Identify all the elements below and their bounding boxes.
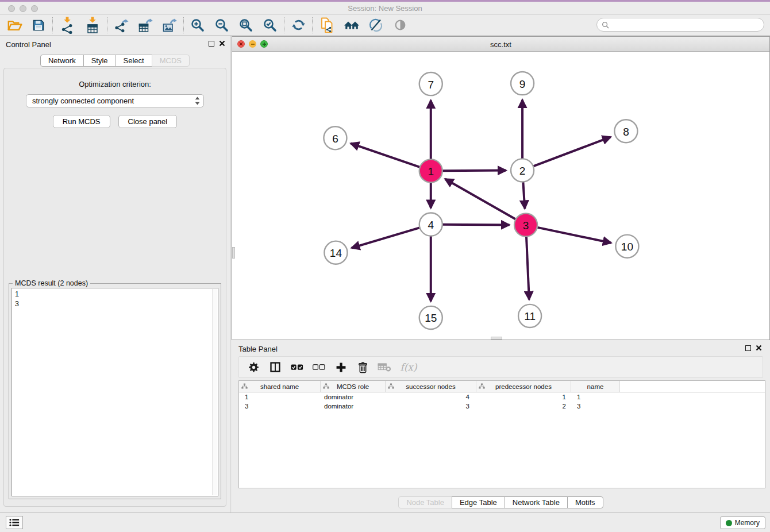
column-header-successor-nodes[interactable]: successor nodes xyxy=(386,381,476,392)
toolbar-separator xyxy=(284,17,284,33)
app-titlebar: Session: New Session xyxy=(0,0,770,15)
mcds-result-line: 1 xyxy=(15,290,215,299)
edge-3-11[interactable] xyxy=(526,236,529,299)
column-layout-button[interactable] xyxy=(265,358,285,376)
column-header-mcds-role[interactable]: MCDS role xyxy=(321,381,386,392)
optimization-criterion-label: Optimization criterion: xyxy=(4,80,226,88)
cell-predecessor-nodes[interactable]: 1 xyxy=(476,394,571,400)
table-row[interactable]: 3 dominator 3 2 3 xyxy=(239,402,765,411)
tab-style[interactable]: Style xyxy=(83,55,116,67)
splitter-grip-horizontal[interactable] xyxy=(491,337,502,340)
table-settings-button[interactable] xyxy=(244,358,263,376)
tab-select[interactable]: Select xyxy=(116,55,152,67)
cell-shared-name[interactable]: 3 xyxy=(239,403,321,410)
zoom-in-button[interactable] xyxy=(186,16,210,34)
tab-network[interactable]: Network xyxy=(40,55,84,67)
network-overview-button[interactable] xyxy=(340,16,364,34)
column-header-name[interactable]: name xyxy=(571,381,620,392)
export-image-button[interactable] xyxy=(157,16,182,34)
column-header-predecessor-nodes[interactable]: predecessor nodes xyxy=(476,381,571,392)
hide-selected-button[interactable] xyxy=(364,16,388,34)
export-network-button[interactable] xyxy=(109,16,133,34)
cell-successor-nodes[interactable]: 3 xyxy=(386,403,476,410)
toolbar-separator xyxy=(183,17,184,33)
node-label: 8 xyxy=(623,126,629,138)
mcds-result-box: MCDS result (2 nodes) 1 3 xyxy=(9,283,221,499)
cell-shared-name[interactable]: 1 xyxy=(239,394,321,400)
function-icon: f(x) xyxy=(400,361,417,373)
network-window-titlebar[interactable]: scc.txt xyxy=(232,37,769,52)
delete-column-button[interactable] xyxy=(353,358,372,376)
node-label: 6 xyxy=(332,133,338,145)
edge-3-10[interactable] xyxy=(537,228,611,243)
import-network-button[interactable] xyxy=(55,16,80,34)
column-tree-icon xyxy=(479,383,485,390)
cell-successor-nodes[interactable]: 4 xyxy=(386,394,476,400)
criterion-dropdown[interactable]: strongly connected component xyxy=(26,94,204,107)
plus-icon xyxy=(336,362,346,373)
search-input[interactable] xyxy=(612,20,764,30)
tab-network-table[interactable]: Network Table xyxy=(505,496,568,508)
edge-2-8[interactable] xyxy=(533,137,610,166)
result-scrollbar[interactable] xyxy=(212,289,217,495)
edge-2-3[interactable] xyxy=(523,182,525,209)
import-table-button[interactable] xyxy=(80,16,105,34)
zoom-fit-icon xyxy=(238,18,253,33)
node-label: 9 xyxy=(519,78,526,90)
cell-predecessor-nodes[interactable]: 2 xyxy=(476,403,571,410)
titlebar-accent xyxy=(0,0,770,2)
network-canvas[interactable]: 7968124314101511 xyxy=(232,52,769,340)
edge-4-14[interactable] xyxy=(352,228,420,248)
edge-3-1[interactable] xyxy=(445,179,517,219)
column-header-shared-name[interactable]: shared name xyxy=(239,381,321,392)
column-tree-icon xyxy=(388,383,394,390)
zoom-out-button[interactable] xyxy=(210,16,234,34)
refresh-view-button[interactable] xyxy=(286,16,310,34)
tab-edge-table[interactable]: Edge Table xyxy=(452,496,505,508)
export-network-icon xyxy=(114,18,129,33)
control-panel: Control Panel Network Style Select MCDS … xyxy=(0,36,230,512)
edge-1-6[interactable] xyxy=(351,144,420,167)
cell-name[interactable]: 1 xyxy=(571,394,620,400)
column-label: shared name xyxy=(260,383,299,390)
delete-table-button-disabled xyxy=(375,358,394,376)
float-panel-icon[interactable] xyxy=(745,345,751,351)
cell-name[interactable]: 3 xyxy=(571,403,620,410)
run-mcds-button[interactable]: Run MCDS xyxy=(53,115,110,128)
close-panel-icon[interactable] xyxy=(756,345,762,351)
toolbar-separator xyxy=(52,17,53,33)
select-all-columns-button[interactable] xyxy=(287,358,307,376)
mcds-result-line: 3 xyxy=(15,299,215,309)
tab-node-table[interactable]: Node Table xyxy=(398,496,452,508)
zoom-fit-button[interactable] xyxy=(234,16,258,34)
clone-network-button[interactable] xyxy=(314,16,340,34)
hide-eye-slash-icon xyxy=(368,18,383,33)
close-panel-button[interactable]: Close panel xyxy=(118,115,178,128)
tab-motifs[interactable]: Motifs xyxy=(567,496,603,508)
add-column-button[interactable] xyxy=(331,358,351,376)
network-graph[interactable]: 7968124314101511 xyxy=(232,52,769,340)
deselect-all-columns-button[interactable] xyxy=(309,358,329,376)
table-row[interactable]: 1 dominator 4 1 1 xyxy=(239,392,765,402)
open-session-button[interactable] xyxy=(2,16,26,34)
show-hidden-button[interactable] xyxy=(388,16,412,34)
close-panel-icon[interactable] xyxy=(219,40,225,47)
cell-mcds-role[interactable]: dominator xyxy=(321,403,386,410)
task-history-button[interactable] xyxy=(6,516,23,529)
export-table-button[interactable] xyxy=(133,16,157,34)
save-session-button[interactable] xyxy=(26,16,51,34)
control-panel-tabs: Network Style Select MCDS xyxy=(0,55,230,67)
zoom-selected-button[interactable] xyxy=(258,16,282,34)
control-panel-title: Control Panel xyxy=(6,40,51,49)
edge-4-3[interactable] xyxy=(442,225,509,225)
memory-button[interactable]: Memory xyxy=(720,516,765,529)
network-window-title: scc.txt xyxy=(232,40,769,49)
splitter-grip-vertical[interactable] xyxy=(232,247,235,259)
zoom-out-icon xyxy=(214,18,229,33)
tab-mcds[interactable]: MCDS xyxy=(152,55,190,67)
edge-1-2[interactable] xyxy=(442,171,506,171)
open-folder-icon xyxy=(7,18,22,32)
cell-mcds-role[interactable]: dominator xyxy=(321,394,386,400)
mcds-result-text[interactable]: 1 3 xyxy=(11,288,218,496)
float-panel-icon[interactable] xyxy=(209,41,214,47)
